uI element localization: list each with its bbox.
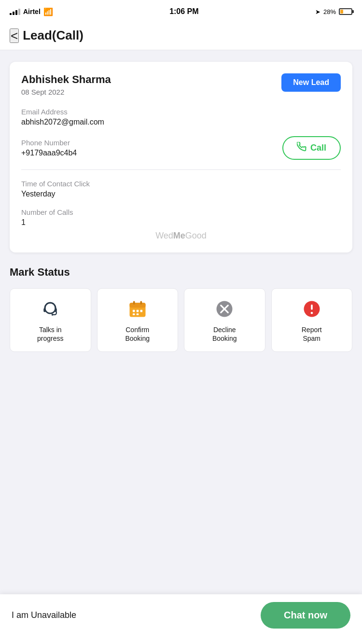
unavailable-text: I am Unavailable [12, 610, 76, 620]
contact-time-label: Time of Contact Click [21, 180, 341, 188]
header: < Lead(Call) [0, 21, 362, 50]
status-grid: Talks inprogress [10, 288, 352, 352]
report-label: ReportSpam [302, 325, 322, 343]
calls-section: Number of Calls 1 [21, 208, 341, 227]
page-title: Lead(Call) [23, 28, 84, 43]
svg-rect-12 [136, 313, 139, 315]
svg-rect-2 [55, 308, 57, 312]
svg-rect-10 [140, 310, 142, 312]
phone-section: Phone Number +9179aaa9c4b4 Call [21, 136, 341, 170]
talks-label: Talks inprogress [37, 325, 63, 343]
lead-name-section: Abhishek Sharma 08 Sept 2022 [21, 73, 111, 96]
status-time: 1:06 PM [169, 7, 198, 16]
battery-percent: 28% [323, 8, 336, 15]
lead-name: Abhishek Sharma [21, 73, 111, 86]
calls-value: 1 [21, 218, 341, 227]
contact-time-value: Yesterday [21, 190, 341, 198]
status-talks-in-progress[interactable]: Talks inprogress [10, 288, 91, 352]
svg-rect-5 [129, 303, 145, 308]
confirm-label: ConfirmBooking [125, 325, 150, 343]
report-icon-wrap [300, 297, 323, 321]
svg-rect-17 [311, 305, 313, 310]
svg-rect-6 [133, 301, 135, 305]
decline-icon-wrap [213, 297, 236, 321]
chat-now-button[interactable]: Chat now [261, 602, 350, 629]
mark-status-section: Mark Status Talks inprogress [10, 266, 352, 352]
lead-header: Abhishek Sharma 08 Sept 2022 New Lead [21, 73, 341, 96]
svg-rect-7 [140, 301, 142, 305]
watermark: WedMeGood [21, 231, 341, 241]
lead-card: Abhishek Sharma 08 Sept 2022 New Lead Em… [10, 62, 352, 252]
svg-rect-11 [133, 313, 135, 315]
status-left: Airtel 📶 [10, 7, 53, 16]
decline-label: DeclineBooking [212, 325, 237, 343]
svg-point-3 [52, 314, 54, 316]
back-arrow-icon: < [11, 29, 18, 42]
battery-icon [339, 8, 352, 15]
svg-point-18 [310, 312, 313, 314]
status-confirm-booking[interactable]: ConfirmBooking [97, 288, 179, 352]
status-bar: Airtel 📶 1:06 PM ➤ 28% [0, 0, 362, 21]
headset-icon [40, 298, 61, 320]
calendar-icon [127, 298, 148, 320]
svg-rect-8 [133, 310, 135, 312]
back-button[interactable]: < [10, 28, 19, 43]
phone-info: Phone Number +9179aaa9c4b4 [21, 139, 77, 157]
new-lead-badge-button[interactable]: New Lead [281, 73, 341, 92]
main-content: Abhishek Sharma 08 Sept 2022 New Lead Em… [0, 50, 362, 420]
lead-date: 08 Sept 2022 [21, 88, 111, 96]
calls-label: Number of Calls [21, 208, 341, 216]
phone-value: +9179aaa9c4b4 [21, 149, 77, 157]
status-right: ➤ 28% [315, 8, 352, 15]
carrier-label: Airtel [23, 8, 41, 15]
call-button-label: Call [310, 143, 326, 153]
svg-rect-9 [136, 310, 139, 312]
report-icon [301, 298, 322, 320]
phone-icon [297, 142, 306, 154]
email-label: Email Address [21, 108, 341, 116]
decline-icon [214, 298, 235, 320]
bottom-bar: I am Unavailable Chat now [0, 594, 362, 644]
status-report-spam[interactable]: ReportSpam [271, 288, 353, 352]
email-value: abhish2072@gmail.com [21, 118, 341, 126]
signal-bars-icon [10, 8, 20, 15]
talks-icon-wrap [39, 297, 62, 321]
contact-time-section: Time of Contact Click Yesterday [21, 180, 341, 198]
wifi-icon: 📶 [43, 7, 53, 16]
email-section: Email Address abhish2072@gmail.com [21, 108, 341, 126]
svg-rect-1 [44, 308, 46, 312]
mark-status-title: Mark Status [10, 266, 352, 279]
calendar-icon-wrap [126, 297, 149, 321]
phone-label: Phone Number [21, 139, 77, 147]
status-decline-booking[interactable]: DeclineBooking [184, 288, 265, 352]
call-button[interactable]: Call [282, 136, 341, 160]
location-icon: ➤ [315, 8, 320, 15]
